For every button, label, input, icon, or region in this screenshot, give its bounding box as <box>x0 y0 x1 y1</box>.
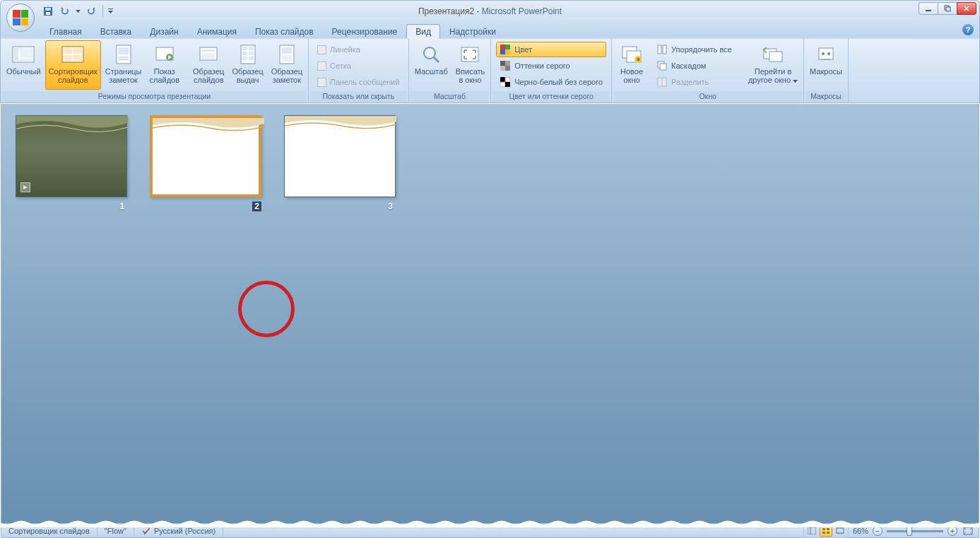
zoom-icon <box>420 43 442 66</box>
slide-number: 3 <box>388 201 396 211</box>
svg-rect-14 <box>64 55 72 61</box>
svg-point-64 <box>827 52 830 55</box>
slideshow-label1: Показ <box>154 67 175 76</box>
new-window-icon: ✱ <box>620 43 643 66</box>
checkbox-icon <box>317 62 326 71</box>
handout-master-icon <box>237 43 259 66</box>
split-icon <box>656 76 668 88</box>
notes-page-button[interactable]: Страницызаметок <box>102 40 146 90</box>
checkbox-icon <box>317 45 326 54</box>
zoom-percent[interactable]: 66% <box>853 527 868 535</box>
transition-icon <box>20 182 30 192</box>
slide-wave-icon <box>285 116 396 130</box>
svg-rect-37 <box>461 47 478 62</box>
normal-view-label: Обычный <box>6 67 41 76</box>
app-name: Microsoft PowerPoint <box>482 6 562 16</box>
normal-view-button[interactable]: Обычный <box>3 40 45 90</box>
tab-design[interactable]: Дизайн <box>141 24 187 39</box>
svg-rect-13 <box>73 48 82 54</box>
tab-animations[interactable]: Анимация <box>188 24 246 39</box>
quick-access-toolbar <box>40 1 114 21</box>
qat-customize-dropdown[interactable] <box>107 8 114 14</box>
notes-master-icon <box>276 43 298 66</box>
svg-rect-2 <box>46 12 50 15</box>
group-showhide-label: Показать или скрыть <box>311 91 406 103</box>
svg-rect-15 <box>73 55 82 61</box>
macros-icon <box>815 43 837 66</box>
slide-sorter-icon <box>61 43 84 66</box>
group-presentation-views: Обычный Сортировщикслайдов Страницызамет… <box>1 39 309 103</box>
message-bar-checkbox: Панель сообщений <box>314 74 403 90</box>
maximize-button[interactable] <box>938 2 957 15</box>
minimize-button[interactable] <box>919 2 938 15</box>
bw-icon <box>500 76 511 88</box>
zoom-slider[interactable] <box>887 530 943 532</box>
slide-wave-icon <box>153 118 264 132</box>
zoom-out-button[interactable]: − <box>873 526 882 536</box>
tab-insert[interactable]: Вставка <box>91 24 141 39</box>
tab-review[interactable]: Рецензирование <box>323 24 407 39</box>
group-views-label: Режимы просмотра презентации <box>3 91 306 103</box>
svg-rect-67 <box>822 528 825 530</box>
slide-sorter-button[interactable]: Сортировщикслайдов <box>45 40 101 90</box>
grayscale-button[interactable]: Оттенки серого <box>496 58 606 74</box>
slide-number: 2 <box>252 201 261 211</box>
close-button[interactable] <box>957 2 976 15</box>
tab-view[interactable]: Вид <box>406 24 440 39</box>
svg-rect-33 <box>282 47 292 54</box>
svg-line-36 <box>434 57 439 62</box>
ribbon-tabs: Главная Вставка Дизайн Анимация Показ сл… <box>0 21 980 38</box>
slide-wave-icon <box>16 116 128 137</box>
slide-sorter-label1: Сортировщик <box>49 67 98 76</box>
slide-master-button[interactable]: Образецслайдов <box>189 40 228 90</box>
color-button[interactable]: Цвет <box>496 42 606 57</box>
office-button[interactable] <box>6 4 35 32</box>
cascade-icon <box>656 60 668 71</box>
slide-thumbnail-2[interactable]: 2 <box>150 115 261 211</box>
undo-button[interactable] <box>57 4 73 19</box>
svg-rect-26 <box>242 47 247 50</box>
fit-to-window-button[interactable]: Вписатьв окно <box>452 40 489 90</box>
help-button[interactable]: ? <box>962 24 974 35</box>
window-controls <box>919 2 976 15</box>
svg-rect-41 <box>505 49 510 54</box>
ruler-checkbox: Линейка <box>314 42 403 57</box>
macros-button[interactable]: Макросы <box>806 40 846 90</box>
tab-slideshow[interactable]: Показ слайдов <box>246 24 323 39</box>
svg-rect-44 <box>500 66 505 71</box>
zoom-button[interactable]: Масштаб <box>411 40 451 90</box>
svg-rect-3 <box>108 8 113 9</box>
svg-rect-1 <box>45 8 51 11</box>
tab-addins[interactable]: Надстройки <box>440 24 505 39</box>
group-zoom: Масштаб Вписатьв окно Масштаб <box>409 39 492 103</box>
office-logo-icon <box>13 10 28 25</box>
svg-rect-62 <box>819 48 833 59</box>
switch-windows-button[interactable]: Перейти вдругое окно <box>745 40 801 90</box>
arrange-all-button[interactable]: Упорядочить все <box>653 42 736 57</box>
gridlines-checkbox: Сетка <box>314 58 403 74</box>
slide-thumbnail-1[interactable]: 1 <box>16 115 127 211</box>
redo-button[interactable] <box>83 4 99 19</box>
handout-master-button[interactable]: Образецвыдач <box>228 40 266 90</box>
undo-dropdown[interactable] <box>74 10 82 13</box>
save-button[interactable] <box>40 4 56 19</box>
svg-rect-46 <box>500 77 505 82</box>
notes-master-button[interactable]: Образецзаметок <box>268 40 306 90</box>
notes-page-label2: заметок <box>110 76 138 84</box>
tab-home[interactable]: Главная <box>40 24 91 39</box>
slide-thumbnail-3[interactable]: 3 <box>284 115 396 211</box>
zoom-in-button[interactable]: + <box>947 526 957 536</box>
svg-rect-70 <box>827 532 830 534</box>
cascade-button[interactable]: Каскадом <box>653 58 736 74</box>
slide-sorter-pane[interactable]: 1 2 3 <box>1 104 979 524</box>
svg-rect-48 <box>500 82 505 87</box>
qat-separator <box>102 5 103 18</box>
slideshow-button[interactable]: Показслайдов <box>146 40 184 90</box>
pure-bw-button[interactable]: Черно-белый без серого <box>496 74 606 90</box>
svg-rect-10 <box>20 59 33 61</box>
slide-sorter-label2: слайдов <box>58 76 88 84</box>
new-window-button[interactable]: ✱ Новоеокно <box>614 40 649 90</box>
svg-rect-54 <box>658 45 661 54</box>
svg-rect-47 <box>505 77 510 82</box>
svg-rect-49 <box>505 82 510 87</box>
